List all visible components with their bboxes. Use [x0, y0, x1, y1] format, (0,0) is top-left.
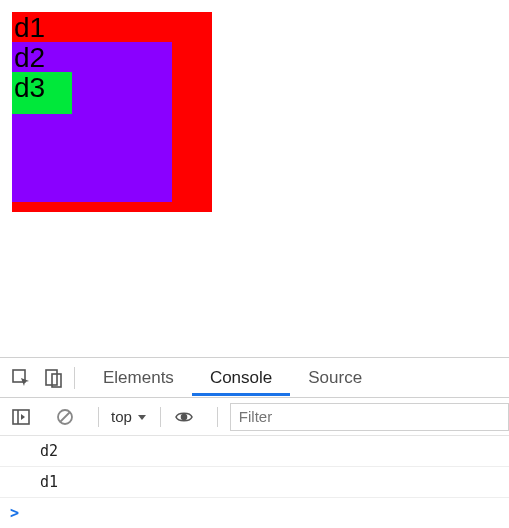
console-output: d2 d1 >: [0, 436, 509, 528]
console-message[interactable]: d2: [0, 436, 509, 467]
eye-icon[interactable]: [173, 406, 195, 428]
div-d2[interactable]: d2 d3: [12, 42, 172, 202]
context-label: top: [111, 408, 132, 425]
rendered-page: d1 d2 d3: [0, 0, 509, 224]
devtools-panel: Elements Console Source top: [0, 357, 509, 528]
console-toolbar: top: [0, 398, 509, 436]
d1-label: d1: [12, 12, 212, 42]
tab-elements[interactable]: Elements: [85, 360, 192, 396]
svg-line-6: [60, 412, 70, 422]
separator: [160, 407, 161, 427]
inspect-element-icon[interactable]: [10, 367, 32, 389]
separator: [74, 367, 75, 389]
div-d3[interactable]: d3: [12, 72, 72, 114]
separator: [217, 407, 218, 427]
chevron-down-icon: [136, 411, 148, 423]
devtools-tabbar: Elements Console Source: [0, 358, 509, 398]
filter-input[interactable]: [230, 403, 509, 431]
context-selector[interactable]: top: [111, 408, 148, 425]
console-message[interactable]: d1: [0, 467, 509, 498]
tab-console[interactable]: Console: [192, 360, 290, 396]
console-prompt[interactable]: >: [0, 498, 509, 528]
device-toolbar-icon[interactable]: [42, 367, 64, 389]
d3-label: d3: [12, 72, 72, 102]
toggle-sidebar-icon[interactable]: [10, 406, 32, 428]
svg-point-7: [181, 414, 186, 419]
d2-label: d2: [12, 42, 172, 72]
div-d1[interactable]: d1 d2 d3: [12, 12, 212, 212]
separator: [98, 407, 99, 427]
clear-console-icon[interactable]: [54, 406, 76, 428]
tab-sources[interactable]: Source: [290, 360, 380, 396]
